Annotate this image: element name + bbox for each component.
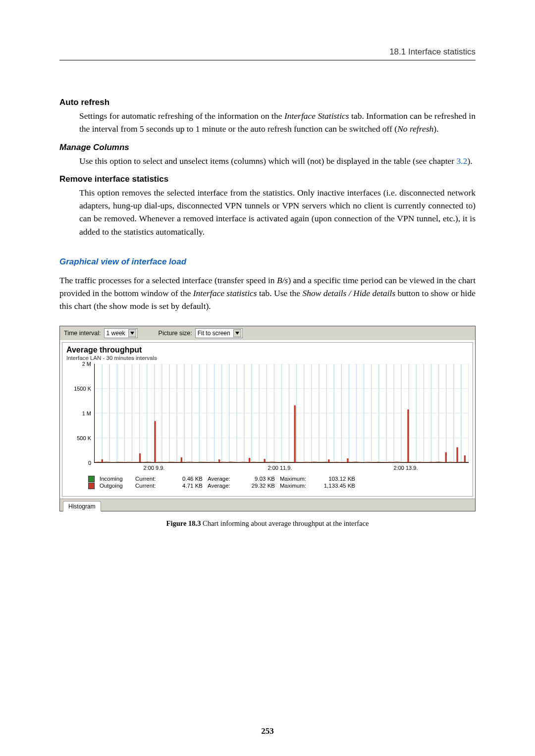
text: Settings for automatic refreshing of the… (79, 111, 284, 121)
x-tick: 2:00 13.9. (343, 465, 469, 471)
running-header: 18.1 Interface statistics (59, 47, 476, 60)
y-tick: 1500 K (74, 386, 91, 392)
chart-subtitle: Interface LAN - 30 minutes intervals (66, 355, 469, 361)
chart-plot (94, 364, 469, 463)
figure-chart-window: Time interval: 1 week Picture size: Fit … (59, 326, 476, 511)
y-tick: 0 (88, 460, 91, 466)
text-italic: No refresh (397, 124, 433, 134)
legend-swatch-outgoing (88, 483, 95, 489)
chevron-down-icon (128, 329, 136, 337)
text: ). (433, 124, 438, 134)
text-italic: Interface statistics (193, 288, 257, 298)
desc-auto-refresh: Settings for automatic refreshing of the… (79, 109, 476, 136)
y-tick: 1 M (82, 410, 91, 416)
section-heading: Graphical view of interface load (59, 257, 476, 267)
text: Use this option to select and unselect i… (79, 156, 457, 166)
y-tick: 500 K (77, 435, 91, 441)
select-value: Fit to screen (198, 330, 230, 337)
y-tick: 2 M (82, 361, 91, 367)
caption-bold: Figure 18.3 (166, 519, 201, 527)
term-remove-stats: Remove interface statistics (59, 174, 476, 184)
legend-swatch-incoming (88, 476, 95, 482)
x-tick: 2:00 11.9. (217, 465, 343, 471)
tab-histogram[interactable]: Histogram (63, 501, 101, 511)
legend-value: 103.12 KB (316, 476, 355, 482)
legend-value: 29.32 KB (243, 483, 275, 489)
chart-toolbar: Time interval: 1 week Picture size: Fit … (60, 326, 475, 340)
desc-manage-columns: Use this option to select and unselect i… (79, 154, 476, 167)
legend-value: 9.03 KB (243, 476, 275, 482)
chart-panel: Average throughput Interface LAN - 30 mi… (62, 342, 473, 497)
legend-value: 4.71 KB (171, 483, 203, 489)
x-axis-labels: 2:00 9.9. 2:00 11.9. 2:00 13.9. (91, 465, 469, 471)
text-italic: Show details / Hide details (302, 288, 395, 298)
legend-incoming: Incoming Current: 0.46 KB Average: 9.03 … (88, 476, 469, 482)
text: ). (467, 156, 472, 166)
text-italic: B/s (277, 275, 288, 285)
desc-remove-stats: This option removes the selected interfa… (79, 186, 476, 238)
svg-marker-0 (130, 332, 134, 335)
svg-marker-1 (235, 332, 239, 335)
x-tick: 2:00 9.9. (91, 465, 217, 471)
text-italic: Interface Statistics (284, 111, 349, 121)
text: tab. Use the (257, 288, 303, 298)
chart-legend: Incoming Current: 0.46 KB Average: 9.03 … (88, 476, 469, 489)
legend-key: Maximum: (280, 483, 311, 489)
legend-label: Incoming (100, 476, 130, 482)
legend-value: 0.46 KB (171, 476, 203, 482)
tab-bar: Histogram (60, 499, 475, 511)
chevron-down-icon (233, 329, 241, 337)
chart-area: 2 M 1500 K 1 M 500 K 0 (66, 364, 469, 463)
legend-key: Maximum: (280, 476, 311, 482)
y-axis-labels: 2 M 1500 K 1 M 500 K 0 (66, 364, 94, 463)
figure-caption: Figure 18.3 Chart informing about averag… (59, 519, 476, 528)
legend-key: Current: (135, 476, 166, 482)
text: The traffic processes for a selected int… (59, 275, 277, 285)
term-auto-refresh: Auto refresh (59, 98, 476, 107)
time-interval-select[interactable]: 1 week (104, 328, 138, 338)
picture-size-select[interactable]: Fit to screen (195, 328, 243, 338)
legend-key: Average: (208, 476, 238, 482)
legend-value: 1,133.45 KB (316, 483, 355, 489)
time-interval-label: Time interval: (64, 330, 101, 337)
picture-size-label: Picture size: (159, 330, 192, 337)
select-value: 1 week (107, 330, 125, 337)
legend-key: Current: (135, 483, 166, 489)
chapter-link[interactable]: 3.2 (457, 156, 468, 166)
legend-outgoing: Outgoing Current: 4.71 KB Average: 29.32… (88, 483, 469, 489)
paragraph: The traffic processes for a selected int… (59, 274, 476, 313)
legend-key: Average: (208, 483, 238, 489)
page-number: 253 (0, 726, 535, 736)
chart-title: Average throughput (66, 346, 469, 354)
term-manage-columns: Manage Columns (59, 143, 476, 152)
definition-list: Auto refresh Settings for automatic refr… (59, 98, 476, 238)
caption-text: Chart informing about average throughput… (201, 519, 369, 527)
legend-label: Outgoing (100, 483, 130, 489)
